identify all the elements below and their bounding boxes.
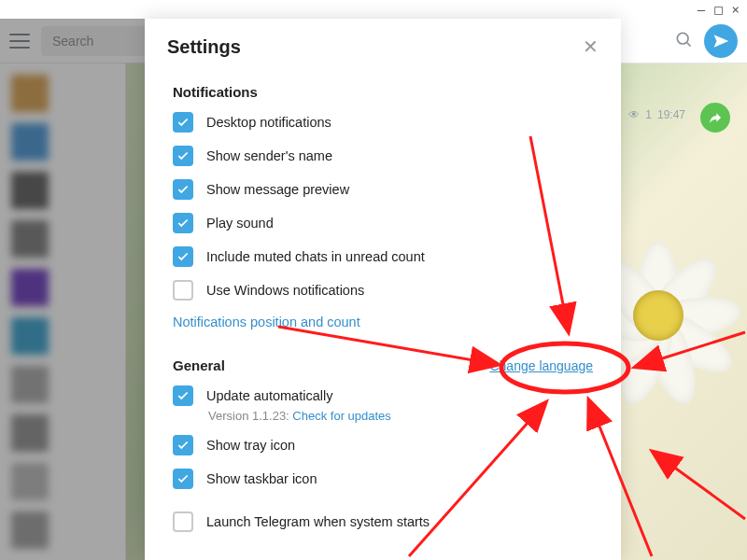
check-updates-link[interactable]: Check for updates [292,409,391,423]
message-meta: 👁 1 19:47 [628,108,685,121]
notification-checkbox[interactable] [173,280,193,301]
version-text: Version 1.1.23: [208,409,292,423]
notification-checkbox[interactable] [173,112,193,133]
notification-checkbox[interactable] [173,179,193,200]
svg-point-0 [677,33,688,44]
notification-checkbox[interactable] [173,146,193,166]
launch-on-startup-row[interactable]: Launch Telegram when system starts [173,505,593,539]
notification-row[interactable]: Play sound [173,206,593,240]
search-icon[interactable] [674,30,693,51]
notification-row[interactable]: Show message preview [173,173,593,206]
general-section: General Change language Update automatic… [145,343,621,548]
update-automatically-label: Update automatically [206,388,332,403]
show-taskbar-icon-row[interactable]: Show taskbar icon [173,462,593,496]
notification-row[interactable]: Desktop notifications [173,105,593,139]
window-close[interactable]: × [732,2,740,17]
change-language-link[interactable]: Change language [489,358,593,373]
close-icon[interactable]: ✕ [583,35,599,58]
views-count: 1 [645,108,652,121]
forward-icon[interactable] [700,103,730,133]
notification-row[interactable]: Show sender's name [173,139,593,173]
notification-label: Use Windows notifications [206,283,364,298]
update-automatically-checkbox[interactable] [173,385,193,406]
views-icon: 👁 [628,108,640,121]
settings-modal: Settings ✕ Notifications Desktop notific… [145,19,621,560]
message-time: 19:47 [657,108,685,121]
window-maximize[interactable]: □ [714,2,722,17]
notification-row[interactable]: Include muted chats in unread count [173,240,593,273]
section-title-general: General [173,357,225,373]
notification-row[interactable]: Use Windows notifications [173,273,593,307]
notification-checkbox[interactable] [173,213,193,233]
notification-label: Desktop notifications [206,115,331,130]
notification-checkbox[interactable] [173,246,193,267]
modal-title: Settings [167,36,241,58]
show-tray-icon-row[interactable]: Show tray icon [173,428,593,462]
notification-label: Include muted chats in unread count [206,249,425,264]
section-title-notifications: Notifications [173,84,258,100]
update-automatically-row[interactable]: Update automatically [173,379,593,413]
notifications-position-link[interactable]: Notifications position and count [173,307,593,333]
notification-label: Show message preview [206,182,349,197]
svg-line-1 [687,43,691,47]
show-tray-icon-checkbox[interactable] [173,435,193,455]
show-taskbar-icon-label: Show taskbar icon [206,471,317,486]
notification-label: Play sound [206,216,274,231]
notifications-section: Notifications Desktop notificationsShow … [145,69,621,343]
send-button[interactable] [704,24,738,58]
notification-label: Show sender's name [206,148,332,163]
version-row: Version 1.1.23: Check for updates [173,409,593,423]
show-tray-icon-label: Show tray icon [206,438,295,453]
show-taskbar-icon-checkbox[interactable] [173,469,193,489]
window-minimize[interactable]: — [698,2,705,17]
modal-backdrop[interactable] [0,19,145,560]
launch-on-startup-checkbox[interactable] [173,511,193,532]
launch-on-startup-label: Launch Telegram when system starts [206,514,430,529]
